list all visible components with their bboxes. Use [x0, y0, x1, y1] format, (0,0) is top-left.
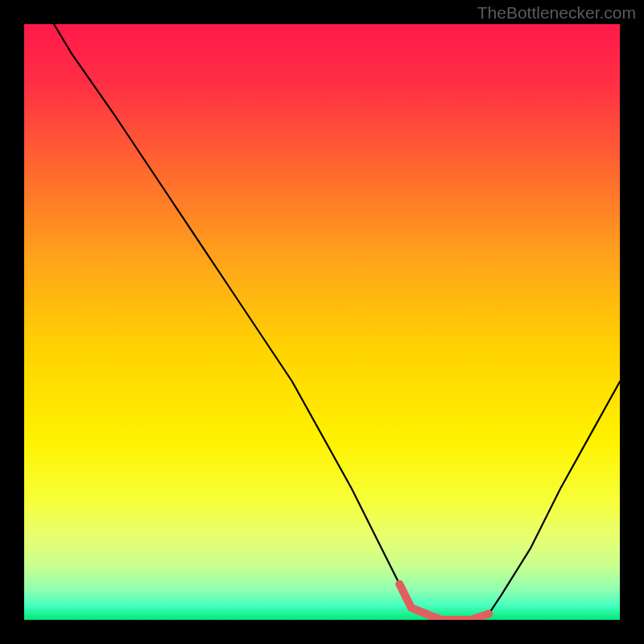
attribution-text: TheBottlenecker.com — [477, 3, 636, 23]
chart-plot-area — [24, 24, 620, 620]
bottleneck-curve — [54, 24, 620, 620]
chart-overlay — [24, 24, 620, 620]
optimal-range-highlight — [399, 584, 489, 620]
